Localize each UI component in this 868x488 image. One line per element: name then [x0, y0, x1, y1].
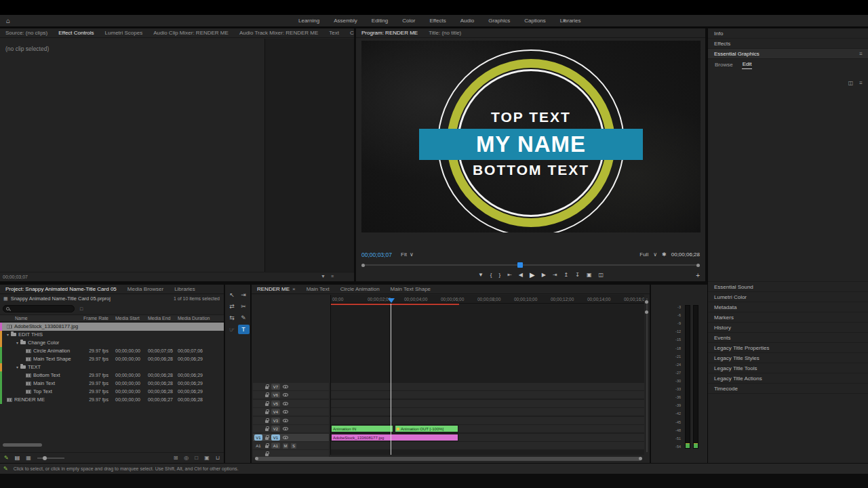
- project-search-input[interactable]: [3, 305, 75, 312]
- layers-icon[interactable]: ◫: [848, 80, 854, 86]
- column-media-duration[interactable]: Media Duration: [178, 316, 210, 321]
- column-frame-rate[interactable]: Frame Rate: [71, 316, 108, 321]
- tab-audio-clip-mixer[interactable]: Audio Clip Mixer: RENDER ME: [148, 28, 234, 37]
- track-badge-v2[interactable]: V2: [271, 426, 280, 432]
- track-output-eye-icon[interactable]: [283, 427, 288, 430]
- home-icon[interactable]: ⌂: [6, 17, 10, 24]
- tab-audio-track-mixer[interactable]: Audio Track Mixer: RENDER ME: [234, 28, 323, 37]
- lock-icon[interactable]: [265, 403, 269, 406]
- export-frame-button[interactable]: ▣: [587, 272, 592, 278]
- panel-menu-icon[interactable]: ≡: [331, 274, 334, 279]
- track-badge-v4[interactable]: V4: [271, 409, 280, 415]
- project-horizontal-scrollbar[interactable]: [3, 443, 42, 447]
- track-badge-v7[interactable]: V7: [271, 384, 280, 390]
- column-name[interactable]: Name: [15, 316, 28, 321]
- step-forward-button[interactable]: ▶: [542, 272, 546, 278]
- track-output-eye-icon[interactable]: [283, 402, 288, 405]
- panel-tab-legacy-title-tools[interactable]: Legacy Title Tools: [708, 363, 868, 373]
- program-zoom-select[interactable]: Fit ∨: [401, 251, 414, 258]
- panel-tab-markers[interactable]: Markers: [708, 312, 868, 323]
- go-to-in-button[interactable]: ⇤: [507, 272, 512, 278]
- close-icon[interactable]: ×: [292, 286, 296, 292]
- selection-tool[interactable]: ↖: [226, 290, 238, 300]
- mark-in-button[interactable]: {: [490, 272, 492, 278]
- scrollbar-handle[interactable]: [645, 310, 648, 314]
- panel-tab-legacy-title-properties[interactable]: Legacy Title Properties: [708, 343, 868, 353]
- panel-tab-history[interactable]: History: [708, 323, 868, 333]
- lock-icon[interactable]: [265, 411, 269, 414]
- track-select-forward-tool[interactable]: ⇥: [238, 290, 250, 300]
- comparison-view-button[interactable]: ◫: [599, 272, 604, 278]
- timeline-vertical-scrollbar[interactable]: [646, 298, 648, 452]
- expand-caret-icon[interactable]: ▾: [16, 365, 18, 369]
- filter-icon[interactable]: ▼: [321, 274, 326, 279]
- track-output-eye-icon[interactable]: [283, 419, 288, 422]
- play-button[interactable]: ▶: [530, 271, 535, 279]
- workspace-tab-editing[interactable]: Editing: [372, 18, 388, 24]
- icon-view-button[interactable]: ▦: [26, 455, 31, 461]
- tab-edit[interactable]: Edit: [742, 60, 753, 69]
- workspace-tab-captions[interactable]: Captions: [524, 18, 546, 24]
- scrollbar-handle[interactable]: [645, 300, 648, 304]
- razor-tool[interactable]: ✂: [238, 302, 250, 311]
- source-patch-v1[interactable]: V1: [254, 434, 262, 441]
- track-header-v5[interactable]: V5: [253, 400, 329, 407]
- delete-button[interactable]: ⊔: [216, 455, 220, 461]
- project-file-row[interactable]: ▦ Snappy Animated Name-Title Card 05.prp…: [0, 294, 224, 303]
- tab-browse[interactable]: Browse: [714, 60, 734, 69]
- add-marker-button[interactable]: ▼: [478, 272, 484, 278]
- project-row-top-text[interactable]: Top Text 29.97 fps 00;00;00;00 00;00;06;…: [0, 388, 224, 396]
- tab-media-browser[interactable]: Media Browser: [122, 285, 169, 293]
- workspace-tab-assembly[interactable]: Assembly: [334, 18, 357, 24]
- lock-icon[interactable]: [265, 394, 269, 397]
- mark-out-button[interactable]: }: [498, 272, 500, 278]
- tab-source[interactable]: Source: (no clips): [0, 28, 53, 37]
- tab-title[interactable]: Title: (no title): [423, 28, 467, 37]
- track-badge-v3[interactable]: V3: [271, 418, 280, 424]
- workspace-tab-audio[interactable]: Audio: [460, 18, 474, 24]
- expand-caret-icon[interactable]: ▾: [16, 340, 18, 345]
- lock-icon[interactable]: [265, 437, 269, 440]
- track-header-v2[interactable]: V2: [253, 425, 329, 432]
- scrub-left-handle[interactable]: [361, 264, 365, 267]
- tab-effect-controls[interactable]: Effect Controls: [53, 28, 99, 38]
- tab-text[interactable]: Text: [323, 28, 344, 37]
- go-to-out-button[interactable]: ⇥: [553, 272, 557, 278]
- new-item-button[interactable]: ▣: [204, 455, 210, 461]
- tab-program[interactable]: Program: RENDER ME: [356, 28, 423, 38]
- project-row-main-text[interactable]: Main Text 29.97 fps 00;00;00;00 00;00;06…: [0, 380, 224, 388]
- timeline-ruler[interactable]: 00;00 00;00;02;00 00;00;04;00 00;00;06;0…: [331, 295, 644, 304]
- panel-tab-essential-sound[interactable]: Essential Sound: [708, 282, 868, 292]
- project-row-change-color[interactable]: ▾Change Color: [0, 339, 224, 347]
- sequence-tab-circle-animation[interactable]: Circle Animation: [335, 285, 385, 293]
- type-tool[interactable]: T: [238, 325, 250, 334]
- workspace-tab-effects[interactable]: Effects: [429, 18, 446, 24]
- mute-button[interactable]: M: [283, 443, 288, 449]
- track-header-v7[interactable]: V7: [253, 383, 329, 390]
- lock-icon[interactable]: [265, 445, 269, 448]
- settings-icon[interactable]: ✱: [662, 251, 667, 258]
- panel-tab-events[interactable]: Events: [708, 333, 868, 343]
- track-header-v4[interactable]: V4: [253, 408, 329, 415]
- tab-capture[interactable]: Capture: [344, 28, 354, 37]
- hand-tool[interactable]: ☞: [226, 325, 238, 334]
- column-media-start[interactable]: Media Start: [115, 316, 140, 321]
- lock-icon[interactable]: [265, 428, 269, 431]
- sequence-tab-render-me[interactable]: RENDER ME×: [252, 285, 301, 294]
- track-badge-v1[interactable]: V1: [271, 434, 280, 441]
- automate-to-sequence-button[interactable]: ⊞: [174, 455, 178, 461]
- new-bin-button[interactable]: □: [195, 455, 198, 461]
- effect-controls-timecode[interactable]: 00;00;03;07: [3, 274, 28, 279]
- thumbnail-zoom-slider[interactable]: [37, 458, 64, 459]
- column-media-end[interactable]: Media End: [148, 316, 170, 321]
- timeline-playhead-caret[interactable]: [388, 298, 395, 303]
- project-row-main-text-shape[interactable]: Main Text Shape 29.97 fps 00;00;00;00 00…: [0, 355, 224, 363]
- program-current-timecode[interactable]: 00;00;03;07: [361, 251, 392, 258]
- solo-button[interactable]: S: [291, 443, 296, 449]
- panel-tab-legacy-title-actions[interactable]: Legacy Title Actions: [708, 373, 868, 384]
- list-icon[interactable]: ≡: [859, 80, 863, 86]
- resolution-value[interactable]: Full: [639, 251, 648, 258]
- track-badge-v5[interactable]: V5: [271, 401, 280, 407]
- tab-project[interactable]: Project: Snappy Animated Name-Title Card…: [0, 285, 122, 294]
- tab-libraries[interactable]: Libraries: [169, 285, 201, 293]
